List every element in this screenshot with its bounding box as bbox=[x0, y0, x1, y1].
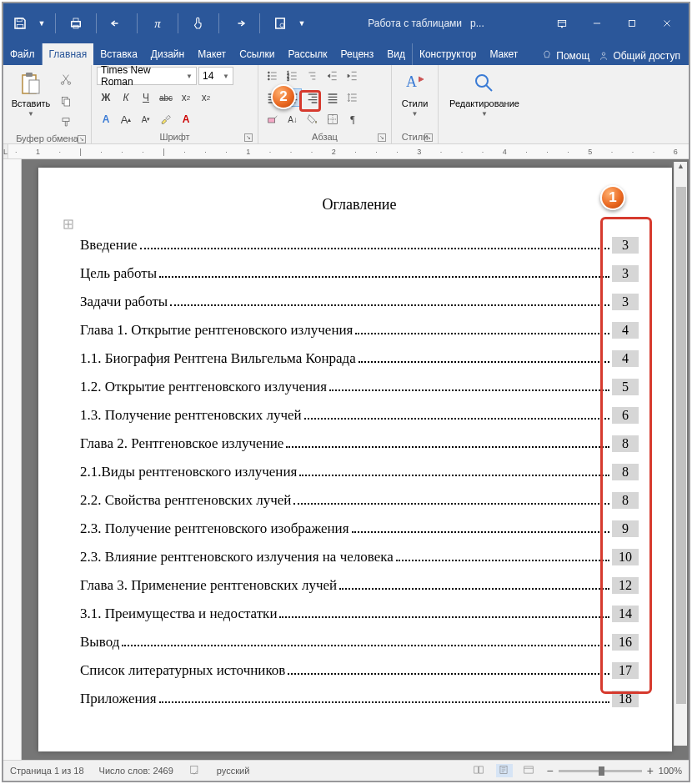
toc-row[interactable]: Список литературных источников17 bbox=[80, 662, 639, 679]
preview-icon[interactable] bbox=[268, 12, 292, 35]
copy-icon[interactable] bbox=[57, 92, 75, 110]
underline-button[interactable]: Ч bbox=[137, 88, 155, 107]
dialog-launcher-icon[interactable]: ↘ bbox=[78, 135, 86, 143]
increase-indent-button[interactable] bbox=[343, 67, 362, 85]
redo-icon[interactable] bbox=[228, 12, 251, 35]
vertical-ruler[interactable] bbox=[3, 159, 22, 760]
web-layout-icon[interactable] bbox=[521, 764, 538, 777]
font-size-combo[interactable]: 14▼ bbox=[198, 67, 233, 85]
toc-row[interactable]: Глава 1. Открытие рентгеновского излучен… bbox=[80, 322, 639, 339]
tab-file[interactable]: Файл bbox=[3, 43, 43, 65]
justify-button[interactable] bbox=[323, 88, 342, 107]
shrink-font-button[interactable]: A▾ bbox=[137, 110, 155, 128]
toc-row[interactable]: 3.1. Преимущества и недостатки14 bbox=[80, 606, 639, 622]
highlight-button[interactable] bbox=[157, 110, 175, 128]
toc-text: Цель работы bbox=[80, 265, 157, 282]
chevron-down-icon[interactable]: ▼ bbox=[37, 12, 47, 35]
tab-references[interactable]: Ссылки bbox=[233, 43, 281, 65]
text-effects-button[interactable]: A bbox=[97, 110, 115, 128]
save-icon[interactable] bbox=[8, 12, 32, 35]
horizontal-ruler[interactable]: L · 1 · | · · · | · · · 1 · · · 2 · · · … bbox=[3, 144, 689, 159]
ribbon-options-icon[interactable] bbox=[545, 12, 579, 35]
toc-row[interactable]: 1.1. Биография Рентгена Вильгельма Конра… bbox=[80, 350, 639, 367]
toc-row[interactable]: Задачи работы3 bbox=[80, 294, 639, 310]
italic-button[interactable]: К bbox=[117, 88, 135, 107]
toc-row[interactable]: Глава 2. Рентгеновское излучение8 bbox=[80, 435, 639, 452]
borders-button[interactable] bbox=[323, 110, 342, 128]
zoom-slider[interactable] bbox=[559, 770, 642, 772]
font-color-button[interactable]: A bbox=[177, 110, 195, 128]
equation-icon[interactable]: π bbox=[146, 12, 169, 35]
status-page[interactable]: Страница 1 из 18 bbox=[10, 766, 84, 776]
svg-rect-16 bbox=[64, 99, 70, 106]
toc-row[interactable]: 2.2. Свойства рентгеновских лучей8 bbox=[80, 492, 639, 509]
minimize-icon[interactable] bbox=[580, 12, 614, 35]
align-right-button[interactable] bbox=[303, 88, 322, 107]
toc-row[interactable]: Вывод16 bbox=[80, 634, 639, 651]
toc-row[interactable]: 2.3. Влияние рентгеновского излучения на… bbox=[80, 549, 639, 565]
subscript-button[interactable]: x2 bbox=[177, 88, 195, 107]
toc-row[interactable]: Приложения18 bbox=[80, 691, 639, 707]
close-icon[interactable] bbox=[650, 12, 684, 35]
strike-button[interactable]: abc bbox=[157, 88, 175, 107]
sort-button[interactable]: A↓ bbox=[283, 110, 302, 128]
zoom-in-button[interactable]: + bbox=[647, 764, 654, 777]
numbering-button[interactable]: 123 bbox=[283, 67, 302, 85]
undo-icon[interactable] bbox=[105, 12, 128, 35]
toc-row[interactable]: 1.2. Открытие рентгеновского излучения 5 bbox=[80, 379, 639, 395]
table-move-handle-icon[interactable] bbox=[63, 218, 73, 228]
dialog-launcher-icon[interactable]: ↘ bbox=[424, 133, 433, 142]
status-proofing-icon[interactable] bbox=[188, 764, 202, 777]
bullets-button[interactable] bbox=[263, 67, 282, 85]
tab-table-design[interactable]: Конструктор bbox=[412, 43, 483, 65]
status-language[interactable]: русский bbox=[217, 766, 249, 776]
superscript-button[interactable]: x2 bbox=[197, 88, 215, 107]
multilevel-button[interactable] bbox=[303, 67, 322, 85]
paragraph-marks-button[interactable]: ¶ bbox=[343, 110, 362, 128]
vertical-scrollbar[interactable]: ▲ bbox=[674, 162, 687, 746]
print-icon[interactable] bbox=[64, 12, 88, 35]
paste-button[interactable]: Вставить ▼ bbox=[8, 67, 53, 118]
toc-row[interactable]: Цель работы3 bbox=[80, 265, 639, 282]
toc-row[interactable]: 2.3. Получение рентгеновского изображени… bbox=[80, 520, 639, 537]
scrollbar-thumb[interactable] bbox=[676, 187, 686, 704]
share-button[interactable]: Общий доступ bbox=[598, 50, 680, 62]
tab-review[interactable]: Реценз bbox=[334, 43, 381, 65]
page[interactable]: Оглавление Введение3 Цель работы3Задачи … bbox=[38, 168, 672, 751]
zoom-level[interactable]: 100% bbox=[659, 766, 682, 776]
shading-button[interactable] bbox=[303, 110, 322, 128]
tab-design[interactable]: Дизайн bbox=[144, 43, 191, 65]
decrease-indent-button[interactable] bbox=[323, 67, 342, 85]
line-spacing-button[interactable] bbox=[343, 88, 362, 107]
tell-me[interactable]: Помощ bbox=[541, 50, 589, 62]
read-mode-icon[interactable] bbox=[471, 764, 488, 777]
clear-format-button[interactable] bbox=[263, 110, 282, 128]
status-words[interactable]: Число слов: 2469 bbox=[99, 766, 173, 776]
tab-insert[interactable]: Вставка bbox=[93, 43, 144, 65]
dialog-launcher-icon[interactable]: ↘ bbox=[244, 133, 253, 142]
tab-view[interactable]: Вид bbox=[380, 43, 412, 65]
touch-icon[interactable] bbox=[187, 12, 210, 35]
tab-table-layout[interactable]: Макет bbox=[483, 43, 524, 65]
toc-row[interactable]: 2.1.Виды рентгеновского излучения8 bbox=[80, 464, 639, 480]
styles-button[interactable]: A Стили▼ bbox=[397, 67, 433, 118]
cut-icon[interactable] bbox=[57, 70, 75, 88]
tab-layout[interactable]: Макет bbox=[191, 43, 233, 65]
maximize-icon[interactable] bbox=[615, 12, 649, 35]
svg-rect-24 bbox=[268, 118, 275, 123]
tab-mailings[interactable]: Рассылк bbox=[281, 43, 333, 65]
print-layout-icon[interactable] bbox=[496, 764, 513, 777]
toc-row[interactable]: 1.3. Получение рентгеновских лучей6 bbox=[80, 407, 639, 424]
toc-leader bbox=[304, 418, 609, 420]
zoom-out-button[interactable]: − bbox=[546, 764, 553, 777]
grow-font-button[interactable]: A▴ bbox=[117, 110, 135, 128]
tab-home[interactable]: Главная bbox=[43, 43, 94, 65]
chevron-down-icon[interactable]: ▼ bbox=[297, 12, 307, 35]
bold-button[interactable]: Ж bbox=[97, 88, 115, 107]
dialog-launcher-icon[interactable]: ↘ bbox=[378, 133, 386, 142]
toc-row[interactable]: Глава 3. Применение рентгеновских лучей1… bbox=[80, 577, 639, 594]
editing-button[interactable]: Редактирование▼ bbox=[444, 67, 525, 118]
font-name-combo[interactable]: Times New Roman▼ bbox=[97, 67, 197, 85]
format-painter-icon[interactable] bbox=[57, 113, 75, 132]
toc-row[interactable]: Введение3 bbox=[80, 237, 639, 254]
